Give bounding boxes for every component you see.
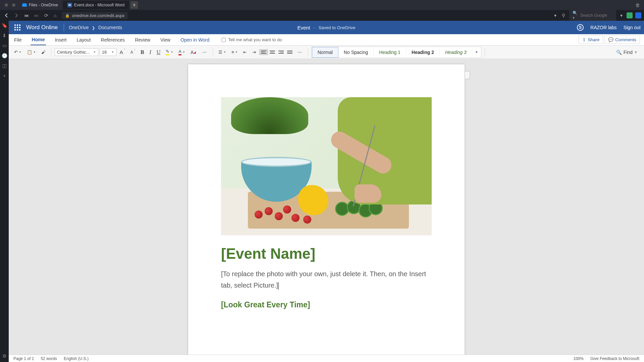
align-center-button[interactable] [268,49,277,55]
tell-me-search[interactable]: Tell me what you want to do [221,37,282,42]
lock-icon: 🔒 [65,13,70,18]
status-bar: Page 1 of 1 52 words English (U.S.) 100%… [9,355,644,362]
undo-button[interactable]: ↶▼ [12,48,23,56]
tab-insert[interactable]: Insert [53,35,68,45]
font-name-select[interactable]: Century Gothic...▼ [55,48,98,56]
shrink-font-button[interactable] [128,49,137,56]
align-left-button[interactable] [259,49,268,55]
new-tab-button[interactable]: + [130,1,138,9]
panel-icon[interactable]: ▭ [2,43,7,48]
header-right: S RAZOR labs Sign out [577,24,641,31]
browser-tab-word[interactable]: W Event.docx - Microsoft Word [63,1,129,9]
home-button[interactable]: ⌂ [52,11,58,19]
numbering-button[interactable]: ≡▼ [229,48,240,56]
dropdown-icon[interactable]: ▾ [619,11,624,19]
ribbon-toolbar: ↶▼ 📋▼ 🖌 Century Gothic...▼ 16▼ B I U ✎▼ … [9,46,644,59]
format-painter-button[interactable]: 🖌 [39,48,48,56]
window-dot[interactable] [5,3,8,7]
bullets-button[interactable]: ☰▼ [216,48,228,56]
document-page[interactable]: [Event Name] [To replace the photo with … [188,64,465,355]
user-name[interactable]: RAZOR labs [590,25,617,30]
style-heading-3[interactable]: Heading 3 [440,47,472,57]
extension-icon[interactable] [627,12,633,18]
dropdown-icon[interactable]: ▾ [553,11,558,19]
trash-icon[interactable]: 🗑 [635,2,640,8]
document-title-group: Event - Saved to OneDrive [297,25,355,31]
document-paragraph[interactable]: [To replace the photo with your own, jus… [221,268,432,291]
more-paragraph-button[interactable]: ⋯ [296,48,305,56]
page-handle[interactable] [465,71,470,79]
breadcrumb-item[interactable]: OneDrive [69,25,89,30]
bookmark-icon[interactable]: 🔖 [2,23,7,28]
styles-gallery: Normal No Spacing Heading 1 Heading 2 He… [312,47,481,58]
italic-button[interactable]: I [148,48,153,57]
separator: - [314,25,315,31]
language-indicator[interactable]: English (U.S.) [64,356,89,361]
tab-view[interactable]: View [159,35,172,45]
document-subheading[interactable]: [Look Great Every Time] [221,300,432,309]
style-no-spacing[interactable]: No Spacing [338,47,374,57]
onedrive-icon [22,3,27,7]
url-text: onedrive.live.com/edit.aspx [72,13,124,18]
grow-font-button[interactable] [118,48,127,56]
highlight-button[interactable]: ✎▼ [164,48,175,57]
window-dot[interactable] [12,3,15,7]
tab-title: Files - OneDrive [29,3,58,7]
separator [51,48,51,56]
bold-button[interactable]: B [139,48,146,57]
tab-home[interactable]: Home [31,35,46,45]
page-indicator[interactable]: Page 1 of 1 [13,356,34,361]
font-color-button[interactable]: A▼ [176,48,187,57]
share-button[interactable]: ⇪ Share [579,36,603,44]
extension-icon[interactable] [635,12,641,18]
find-button[interactable]: 🔍 Find ▼ [613,48,641,56]
breadcrumb-item[interactable]: Documents [98,25,122,30]
browser-tab-onedrive[interactable]: Files - OneDrive [17,1,63,9]
paste-button[interactable]: 📋▼ [25,48,38,56]
feedback-link[interactable]: Give Feedback to Microsoft [590,356,639,361]
underline-button[interactable]: U [155,48,163,57]
browser-side-panel: 🔖 ⬇ ▭ 🕘 ◫ + ⚙ [0,21,9,362]
signout-link[interactable]: Sign out [624,25,641,30]
document-image[interactable] [221,97,432,235]
comments-button[interactable]: 💬 Comments [604,36,640,44]
decrease-indent-button[interactable]: ⇤ [241,48,249,56]
style-heading-2[interactable]: Heading 2 [406,47,440,57]
document-heading[interactable]: [Event Name] [221,245,432,262]
more-font-button[interactable]: ⋯ [200,48,209,56]
document-canvas[interactable]: [Event Name] [To replace the photo with … [9,59,644,355]
forward-button[interactable] [13,12,20,19]
fastforward-button[interactable]: ⏭ [33,11,40,19]
font-size-select[interactable]: 16▼ [100,48,116,56]
increase-indent-button[interactable]: ⇥ [250,48,258,56]
add-icon[interactable]: + [3,73,6,78]
align-justify-button[interactable] [285,49,294,55]
window-icon[interactable]: ◫ [2,63,7,68]
download-icon[interactable]: ⬇ [2,33,6,38]
zoom-level[interactable]: 100% [573,356,584,361]
tab-file[interactable]: File [13,35,23,45]
reload-button[interactable]: ⟳ [43,11,50,19]
skype-icon[interactable]: S [577,24,584,31]
app-launcher-icon[interactable] [12,22,23,33]
rewind-button[interactable]: ⏮ [23,11,30,19]
history-icon[interactable]: 🕘 [2,53,7,58]
url-bar[interactable]: 🔒 onedrive.live.com/edit.aspx [62,12,128,19]
tab-review[interactable]: Review [133,35,152,45]
document-title[interactable]: Event [297,25,310,31]
separator [485,48,485,56]
style-normal[interactable]: Normal [312,47,338,58]
tab-layout[interactable]: Layout [75,35,92,45]
styles-dropdown[interactable]: ▼ [472,49,481,55]
style-heading-1[interactable]: Heading 1 [374,47,406,57]
gear-icon[interactable]: ⚙ [2,353,7,359]
clear-formatting-button[interactable]: A◢ [189,48,199,56]
browser-search[interactable]: 🔍▾ [569,10,616,21]
align-right-button[interactable] [277,49,285,55]
tab-references[interactable]: References [100,35,126,45]
search-input[interactable] [580,13,613,18]
bookmark-icon[interactable]: ⚲ [560,11,567,19]
tab-open-in-word[interactable]: Open in Word [179,35,211,45]
word-count[interactable]: 52 words [41,356,57,361]
back-button[interactable] [3,12,10,19]
